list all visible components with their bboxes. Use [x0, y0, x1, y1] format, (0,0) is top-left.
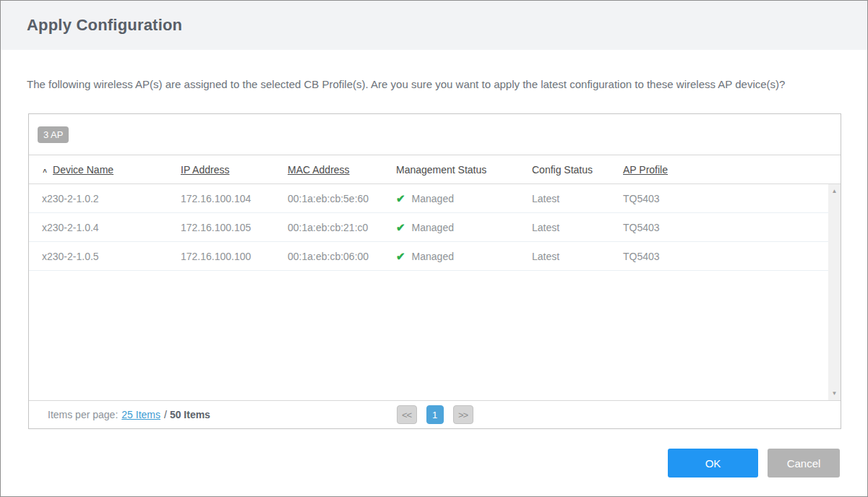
cell-mac-address: 00:1a:eb:cb:06:00 — [275, 251, 383, 262]
cell-config-status: Latest — [519, 251, 610, 262]
vertical-scrollbar[interactable]: ▲ ▼ — [828, 184, 841, 400]
cell-ap-profile: TQ5403 — [610, 222, 841, 233]
dialog-actions: OK Cancel — [668, 449, 840, 477]
cell-management-status: ✔Managed — [383, 221, 519, 234]
cell-ip-address: 172.16.100.105 — [168, 222, 275, 233]
managed-check-icon: ✔ — [396, 221, 405, 233]
table-body: x230-2-1.0.2 172.16.100.104 00:1a:eb:cb:… — [29, 184, 841, 400]
sort-asc-icon: ∧ — [42, 167, 48, 174]
dialog-title: Apply Configuration — [27, 16, 182, 35]
column-header-device-name[interactable]: ∧Device Name — [29, 164, 168, 176]
previous-page-button[interactable]: << — [397, 405, 417, 424]
ap-count-badge: 3 AP — [38, 126, 69, 143]
cancel-button[interactable]: Cancel — [768, 449, 840, 477]
pager: << 1 >> — [397, 405, 473, 424]
column-header-ip-address[interactable]: IP Address — [168, 164, 275, 176]
table-row: x230-2-1.0.4 172.16.100.105 00:1a:eb:cb:… — [29, 213, 841, 242]
total-items-label: 50 Items — [170, 409, 210, 420]
column-header-mac-address[interactable]: MAC Address — [275, 164, 383, 176]
scroll-up-icon[interactable]: ▲ — [828, 188, 841, 194]
table-row: x230-2-1.0.2 172.16.100.104 00:1a:eb:cb:… — [29, 184, 841, 213]
ok-button[interactable]: OK — [668, 449, 758, 477]
cell-config-status: Latest — [519, 222, 610, 233]
cell-device-name: x230-2-1.0.2 — [29, 193, 168, 204]
column-header-management-status: Management Status — [383, 164, 519, 176]
cell-mac-address: 00:1a:eb:cb:21:c0 — [275, 222, 383, 233]
confirmation-message: The following wireless AP(s) are assigne… — [27, 78, 846, 90]
cell-config-status: Latest — [519, 193, 610, 204]
column-header-ap-profile[interactable]: AP Profile — [610, 164, 841, 176]
managed-check-icon: ✔ — [396, 192, 405, 204]
apply-configuration-dialog: Apply Configuration The following wirele… — [0, 0, 868, 497]
cell-ap-profile: TQ5403 — [610, 251, 841, 262]
page-size-link[interactable]: 25 Items — [121, 409, 160, 420]
pagination-separator: / — [164, 409, 167, 420]
current-page-button[interactable]: 1 — [426, 405, 444, 424]
next-page-button[interactable]: >> — [453, 405, 473, 424]
cell-ip-address: 172.16.100.104 — [168, 193, 275, 204]
table-header-row: ∧Device Name IP Address MAC Address Mana… — [29, 155, 841, 184]
managed-check-icon: ✔ — [396, 250, 405, 262]
items-per-page-label: Items per page: — [48, 409, 118, 420]
cell-management-status: ✔Managed — [383, 250, 519, 263]
ap-table-panel: 3 AP ∧Device Name IP Address MAC Address… — [28, 113, 841, 429]
table-footer: Items per page: 25 Items / 50 Items << 1… — [29, 400, 841, 428]
cell-device-name: x230-2-1.0.4 — [29, 222, 168, 233]
cell-mac-address: 00:1a:eb:cb:5e:60 — [275, 193, 383, 204]
table-badge-row: 3 AP — [29, 114, 841, 155]
table-row: x230-2-1.0.5 172.16.100.100 00:1a:eb:cb:… — [29, 242, 841, 271]
cell-ip-address: 172.16.100.100 — [168, 251, 275, 262]
scroll-down-icon[interactable]: ▼ — [828, 390, 841, 397]
cell-device-name: x230-2-1.0.5 — [29, 251, 168, 262]
dialog-header: Apply Configuration — [1, 1, 867, 50]
cell-ap-profile: TQ5403 — [610, 193, 841, 204]
cell-management-status: ✔Managed — [383, 192, 519, 205]
column-header-config-status: Config Status — [519, 164, 610, 176]
